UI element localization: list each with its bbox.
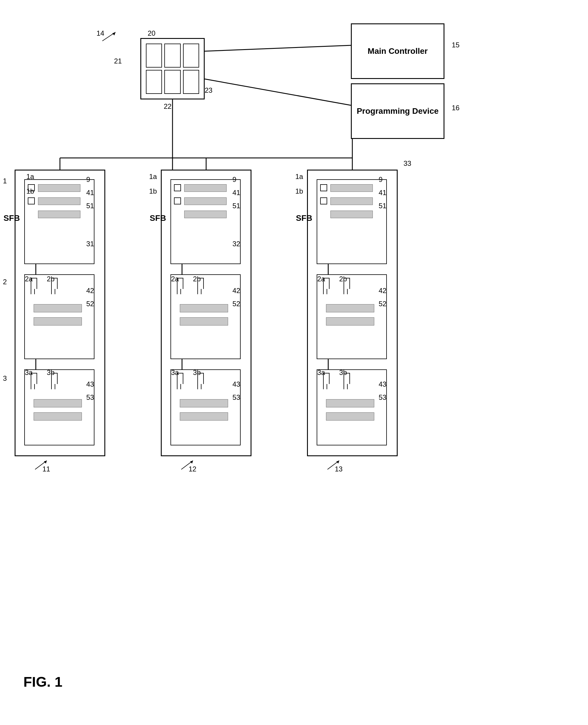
s2-conn2b-body: [197, 289, 202, 294]
s3-vline1: [328, 264, 329, 274]
s1-conn3a-body: [31, 384, 35, 389]
s2-ref43: 43: [232, 380, 240, 388]
s3-ref52: 52: [379, 300, 386, 308]
station1-module2: [24, 274, 94, 359]
s3-conn3b-body: [343, 384, 348, 389]
station1-module1: [24, 179, 94, 264]
hub-cell-3: [183, 44, 199, 67]
ref-15: 15: [452, 41, 460, 49]
s2-bar-41: [184, 198, 227, 205]
station-2-box: [161, 170, 251, 456]
s1-ref51: 51: [86, 202, 94, 210]
s2-ref2b: 2b: [193, 275, 201, 283]
s2-ref3a: 3a: [171, 369, 179, 377]
s2-ref2a: 2a: [171, 275, 179, 283]
s3-sfb: SFB: [296, 213, 312, 223]
s2-ref51: 51: [232, 202, 240, 210]
s3-conn2b-body: [343, 289, 348, 294]
station1-module3: [24, 369, 94, 446]
station-3-box: [307, 170, 398, 456]
s3-ref2b: 2b: [339, 275, 347, 283]
s3-ref1b: 1b: [295, 187, 303, 195]
ref-22: 22: [164, 102, 172, 110]
hub-cell-6: [183, 70, 199, 94]
s3-bar-9: [330, 184, 373, 192]
s1-ref2b: 2b: [47, 275, 55, 283]
s2-bar-53: [180, 412, 228, 420]
s1-ref52: 52: [86, 300, 94, 308]
s2-bar-52: [180, 317, 228, 326]
ref-21: 21: [114, 57, 122, 65]
s1-bar-51: [38, 211, 80, 218]
s2-ref42: 42: [232, 287, 240, 295]
ref-20: 20: [148, 29, 155, 37]
svg-marker-27: [112, 32, 115, 35]
s2-ref3b: 3b: [193, 369, 201, 377]
arrow-13: [322, 456, 351, 471]
s1-sfb: SFB: [3, 213, 20, 223]
s1-ref31: 31: [86, 240, 94, 248]
s2-ref9: 9: [232, 175, 236, 184]
s3-ref3b: 3b: [339, 369, 347, 377]
s3-bar-42: [326, 304, 374, 312]
station2-module1: [170, 179, 240, 264]
s1-conn3b-body: [51, 384, 55, 389]
s2-sq-1b: [174, 198, 181, 204]
svg-marker-25: [336, 461, 339, 463]
s3-bar-52: [326, 317, 374, 326]
hub-cell-4: [146, 70, 162, 94]
s1-conn2a-body: [31, 289, 35, 294]
s2-bar-42: [180, 304, 228, 312]
s3-bar-53: [326, 412, 374, 420]
station2-module2: [170, 274, 240, 359]
s1-bar-43: [34, 399, 82, 408]
s1-bar-53: [34, 412, 82, 420]
s3-ref51: 51: [379, 202, 386, 210]
ref-33: 33: [403, 159, 412, 168]
s3-ref41: 41: [379, 189, 386, 197]
s1-ref41: 41: [86, 189, 94, 197]
s3-vline2: [328, 359, 329, 369]
figure-title: FIG. 1: [23, 674, 62, 690]
s3-ref42: 42: [379, 287, 386, 295]
s3-ref43: 43: [379, 380, 386, 388]
s2-ref1b: 1b: [149, 187, 157, 195]
arrow-14: [100, 26, 123, 44]
s2-ref41: 41: [232, 189, 240, 197]
hub-cell-5: [164, 70, 181, 94]
s2-conn2a-body: [177, 289, 181, 294]
s2-conn3a-body: [177, 384, 181, 389]
ref-23: 23: [205, 86, 213, 95]
s1-vline2: [35, 359, 36, 369]
s3-ref9: 9: [379, 175, 382, 184]
s1-ref3a: 3a: [25, 369, 33, 377]
diagram-container: Main Controller Programming Device 15 16…: [0, 0, 588, 725]
arrow-12: [175, 456, 205, 471]
s1-conn2b-body: [51, 289, 55, 294]
s1-bar-9: [38, 184, 80, 192]
main-controller-label: Main Controller: [368, 46, 427, 57]
s1-ref43: 43: [86, 380, 94, 388]
s2-bar-9: [184, 184, 227, 192]
s2-sfb: SFB: [150, 213, 166, 223]
ref-16: 16: [452, 104, 460, 112]
s3-conn2a-body: [323, 289, 327, 294]
s2-ref52: 52: [232, 300, 240, 308]
s1-ref53: 53: [86, 393, 94, 401]
s3-bar-41: [330, 198, 373, 205]
s1-ref2: 2: [3, 278, 7, 286]
s1-ref2a: 2a: [25, 275, 33, 283]
station3-module2: [317, 274, 387, 359]
s1-ref1a: 1a: [26, 172, 34, 181]
programming-device-label: Programming Device: [357, 106, 439, 117]
s2-ref53: 53: [232, 393, 240, 401]
hub-box: [140, 38, 205, 100]
s2-vline2: [182, 359, 183, 369]
main-controller-box: Main Controller: [351, 23, 444, 79]
station3-module3: [317, 369, 387, 446]
s1-ref1b: 1b: [26, 187, 34, 195]
s2-ref32: 32: [232, 240, 240, 248]
s1-vline1: [35, 264, 36, 274]
s3-sq-1a: [320, 184, 327, 191]
s3-sq-1b: [320, 198, 327, 204]
